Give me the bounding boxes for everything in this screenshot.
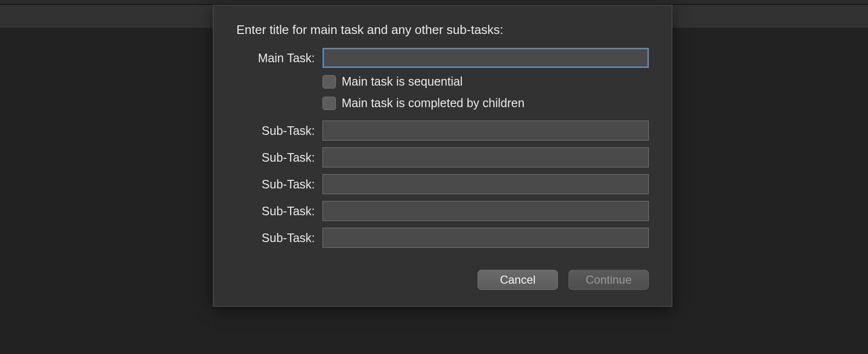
sequential-checkbox-label: Main task is sequential bbox=[342, 75, 463, 88]
subtask-input-2[interactable] bbox=[323, 147, 649, 167]
subtask-label-1: Sub-Task: bbox=[236, 124, 323, 138]
sequential-checkbox-row: Main task is sequential bbox=[236, 75, 649, 88]
checkbox-group: Main task is sequential Main task is com… bbox=[236, 75, 649, 110]
completed-by-children-checkbox-label: Main task is completed by children bbox=[342, 96, 524, 110]
subtask-label-5: Sub-Task: bbox=[236, 231, 323, 245]
sequential-checkbox[interactable] bbox=[323, 75, 336, 88]
task-entry-dialog: Enter title for main task and any other … bbox=[213, 5, 672, 307]
subtask-input-4[interactable] bbox=[323, 201, 649, 221]
subtask-row-1: Sub-Task: bbox=[236, 121, 649, 141]
main-task-label: Main Task: bbox=[236, 51, 323, 65]
dialog-prompt: Enter title for main task and any other … bbox=[236, 22, 649, 37]
subtask-row-3: Sub-Task: bbox=[236, 174, 649, 194]
cancel-button[interactable]: Cancel bbox=[478, 270, 558, 290]
subtask-label-2: Sub-Task: bbox=[236, 151, 323, 165]
main-task-row: Main Task: bbox=[236, 48, 649, 68]
subtask-row-4: Sub-Task: bbox=[236, 201, 649, 221]
subtask-label-3: Sub-Task: bbox=[236, 177, 323, 191]
main-task-input[interactable] bbox=[323, 48, 649, 68]
completed-by-children-checkbox-row: Main task is completed by children bbox=[236, 96, 649, 110]
subtask-row-5: Sub-Task: bbox=[236, 228, 649, 248]
completed-by-children-checkbox[interactable] bbox=[323, 97, 336, 110]
subtask-input-5[interactable] bbox=[323, 228, 649, 248]
continue-button[interactable]: Continue bbox=[568, 270, 649, 290]
dialog-button-row: Cancel Continue bbox=[236, 270, 649, 290]
subtask-label-4: Sub-Task: bbox=[236, 204, 323, 218]
subtask-input-1[interactable] bbox=[323, 121, 649, 141]
window-top-border bbox=[0, 0, 868, 5]
subtask-row-2: Sub-Task: bbox=[236, 147, 649, 167]
subtask-input-3[interactable] bbox=[323, 174, 649, 194]
